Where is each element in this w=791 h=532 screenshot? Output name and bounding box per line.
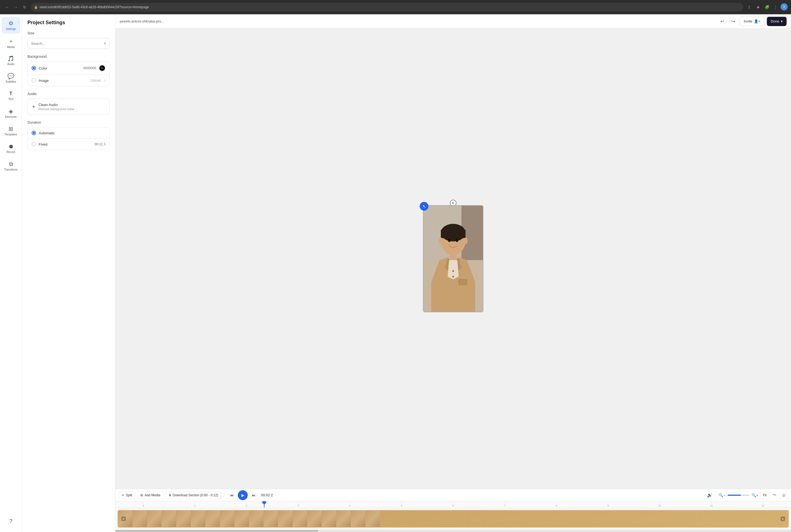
track-left-icon: ⏸ xyxy=(122,517,125,520)
sidebar-item-text[interactable]: T Text xyxy=(2,87,20,104)
fit-button[interactable]: Fit xyxy=(760,491,769,499)
forward-button[interactable]: → xyxy=(12,3,20,11)
sidebar-item-transitions[interactable]: ⧉ Transitions xyxy=(2,158,20,174)
audio-section: Audio ✦ Clean Audio Remove background no… xyxy=(27,92,110,115)
track-thumb-11 xyxy=(264,511,278,527)
ruler-mark-11: 11 xyxy=(686,504,737,507)
track-thumb-8 xyxy=(220,511,234,527)
extensions-button[interactable]: 🧩 xyxy=(763,3,771,11)
timeline-track[interactable]: ⏸ ⏸ xyxy=(115,508,791,530)
audio-options-card: ✦ Clean Audio Remove background noise xyxy=(27,99,110,115)
waveform-button[interactable]: 〜 xyxy=(771,491,778,499)
skip-back-button[interactable]: ⏮ xyxy=(228,491,236,499)
color-swatch[interactable]: ↻ xyxy=(99,65,105,71)
help-icon: ? xyxy=(9,518,12,524)
redo-button[interactable]: ↪ xyxy=(729,17,737,26)
sidebar-item-record[interactable]: ⏺ Record xyxy=(2,140,20,156)
image-radio[interactable] xyxy=(32,78,36,83)
settings-panel-title: Project Settings xyxy=(27,20,110,25)
zoom-slider[interactable] xyxy=(728,495,750,496)
sidebar-item-templates[interactable]: ⊞ Templates xyxy=(2,122,20,139)
browser-chrome: ← → ↻ 🔒 veed.io/edit/9f1dd652-5e88-43c6-… xyxy=(0,0,791,14)
invite-button[interactable]: Invite 👤+ xyxy=(740,17,765,26)
sidebar-item-media[interactable]: ＋ Media xyxy=(2,35,20,51)
sidebar-item-audio[interactable]: 🎵 Audio xyxy=(2,52,20,69)
svg-point-7 xyxy=(456,239,458,242)
track-thumb-16 xyxy=(336,511,351,527)
automatic-option[interactable]: Automatic xyxy=(28,128,109,139)
image-option[interactable]: Image Upload ↑ xyxy=(28,75,109,86)
sidebar: ⚙ Settings ＋ Media 🎵 Audio 💬 Subtitles T… xyxy=(0,14,22,532)
track-right-button[interactable]: ⏸ xyxy=(780,517,785,521)
undo-button[interactable]: ↩ xyxy=(718,17,727,26)
track-thumb-15 xyxy=(322,511,336,527)
skip-forward-button[interactable]: ⏭ xyxy=(250,491,258,499)
time-display: 00:02:2 xyxy=(261,493,273,497)
volume-button[interactable]: 🔊 xyxy=(707,492,712,498)
timeline-playhead[interactable] xyxy=(264,501,265,508)
refresh-button[interactable]: ↻ xyxy=(21,3,28,11)
target-button[interactable]: ⊙ xyxy=(780,491,788,499)
size-search-dropdown[interactable]: ▾ xyxy=(27,38,110,49)
image-radio-label: Image xyxy=(39,79,88,83)
download-section-button[interactable]: ⬇ Download Section (0:00 - 0:12) xyxy=(166,491,221,499)
clean-audio-option[interactable]: ✦ Clean Audio Remove background noise xyxy=(28,99,109,115)
split-button[interactable]: ✂ Split xyxy=(119,491,135,499)
track-thumbnails xyxy=(118,511,380,527)
settings-panel: Project Settings Size ▾ Background Color… xyxy=(22,14,115,532)
add-media-button[interactable]: ⊕ Add Media xyxy=(137,491,163,499)
download-section-label: Download Section (0:00 - 0:12) xyxy=(173,493,218,497)
url-bar[interactable]: 🔒 veed.io/edit/9f1dd652-5e88-43c6-ab18-4… xyxy=(31,3,743,12)
templates-icon: ⊞ xyxy=(8,126,13,132)
fixed-option[interactable]: Fixed 00:12.3 xyxy=(28,139,109,150)
bookmark-button[interactable]: ★ xyxy=(754,3,762,11)
automatic-radio[interactable] xyxy=(32,131,36,135)
split-icon: ✂ xyxy=(122,493,124,497)
sidebar-item-settings[interactable]: ⚙ Settings xyxy=(2,17,20,34)
zoom-in-button[interactable]: 🔍+ xyxy=(751,491,759,499)
svg-point-9 xyxy=(463,238,468,244)
sidebar-item-subtitles[interactable]: 💬 Subtitles xyxy=(2,70,20,86)
split-label: Split xyxy=(126,493,132,497)
more-button[interactable]: ⋮ xyxy=(772,3,779,11)
back-button[interactable]: ← xyxy=(3,3,11,11)
duration-label: Duration xyxy=(27,120,110,125)
ruler-mark-8: 8 xyxy=(530,504,582,507)
background-label: Background xyxy=(27,54,110,58)
share-button[interactable]: ⇧ xyxy=(746,3,753,11)
track-left-button[interactable]: ⏸ xyxy=(121,517,126,521)
color-radio[interactable] xyxy=(32,66,36,70)
video-track[interactable]: ⏸ ⏸ xyxy=(118,510,789,528)
settings-icon: ⚙ xyxy=(8,20,14,27)
sidebar-item-help[interactable]: ? xyxy=(2,513,20,529)
duration-options-card: Automatic Fixed 00:12.3 xyxy=(27,127,110,150)
ruler-mark-2: 2 xyxy=(221,504,272,507)
video-frame xyxy=(423,205,483,312)
sidebar-item-transitions-label: Transitions xyxy=(4,168,18,171)
timeline-scrollbar[interactable] xyxy=(115,530,791,532)
main-area: pexels-antoni-shkraba-pro... ↩ ↪ Invite … xyxy=(115,14,791,532)
timeline-ruler: 0 1 2 3 4 5 6 7 8 9 10 11 12 xyxy=(115,501,791,508)
ruler-marks: 0 1 2 3 4 5 6 7 8 9 10 11 12 xyxy=(115,504,791,507)
track-thumb-14 xyxy=(307,511,322,527)
top-bar-actions: ↩ ↪ Invite 👤+ Done ▾ xyxy=(718,17,787,26)
profile-avatar[interactable]: T xyxy=(780,3,788,11)
text-icon: T xyxy=(9,91,12,97)
play-button[interactable]: ▶ xyxy=(238,490,248,500)
video-preview[interactable]: ↻ ↖ xyxy=(423,205,483,312)
track-thumb-17 xyxy=(351,511,365,527)
upload-icon: ↑ xyxy=(103,78,105,83)
fixed-radio[interactable] xyxy=(32,142,36,146)
ruler-mark-6: 6 xyxy=(427,504,479,507)
ruler-mark-7: 7 xyxy=(479,504,530,507)
sidebar-item-elements[interactable]: ◈ Elements xyxy=(2,105,20,121)
ruler-mark-4: 4 xyxy=(324,504,376,507)
size-search-input[interactable] xyxy=(31,41,104,45)
resize-handle[interactable]: ↖ xyxy=(420,202,428,211)
done-label: Done xyxy=(771,19,779,23)
color-option[interactable]: Color #000000 ↻ xyxy=(28,61,109,75)
zoom-out-button[interactable]: 🔍− xyxy=(718,491,726,499)
done-button[interactable]: Done ▾ xyxy=(767,17,787,26)
ruler-mark-0: 0 xyxy=(118,504,169,507)
scrollbar-thumb[interactable] xyxy=(115,530,318,532)
